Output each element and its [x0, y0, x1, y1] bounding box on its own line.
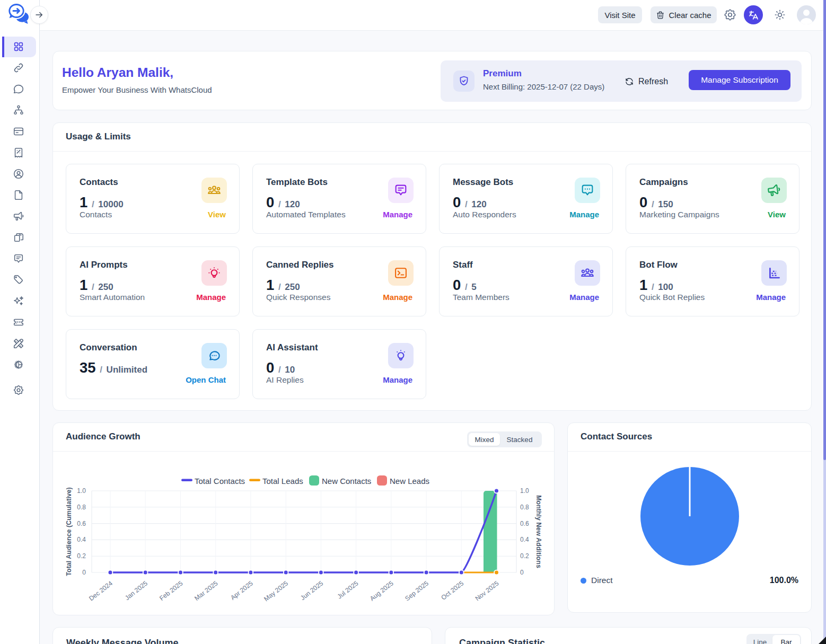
svg-text:Total Leads: Total Leads	[262, 477, 303, 486]
svg-text:0.4: 0.4	[77, 536, 86, 543]
svg-text:Jan 2025: Jan 2025	[124, 579, 149, 602]
svg-text:Sep 2025: Sep 2025	[403, 579, 430, 602]
svg-text:May 2025: May 2025	[262, 579, 289, 603]
svg-text:Apr 2025: Apr 2025	[229, 579, 254, 602]
svg-text:0.8: 0.8	[77, 504, 86, 511]
svg-text:1.0: 1.0	[520, 487, 529, 495]
svg-text:0.6: 0.6	[77, 520, 86, 527]
svg-text:0.4: 0.4	[520, 536, 529, 543]
svg-text:New Leads: New Leads	[390, 477, 429, 486]
svg-text:0.2: 0.2	[520, 552, 529, 560]
svg-text:Jun 2025: Jun 2025	[299, 579, 324, 602]
svg-text:Dec 2024: Dec 2024	[87, 579, 114, 602]
svg-text:Oct 2025: Oct 2025	[440, 579, 465, 602]
svg-text:New Contacts: New Contacts	[322, 477, 371, 486]
svg-text:0.6: 0.6	[520, 520, 529, 527]
svg-text:Mar 2025: Mar 2025	[193, 579, 219, 602]
svg-text:Total Contacts: Total Contacts	[195, 477, 245, 486]
svg-text:0: 0	[82, 569, 86, 576]
svg-text:Monthly New Additions: Monthly New Additions	[535, 495, 542, 568]
svg-text:0.2: 0.2	[77, 552, 86, 560]
svg-text:0: 0	[520, 569, 524, 576]
svg-text:Feb 2025: Feb 2025	[158, 579, 184, 602]
svg-text:Aug 2025: Aug 2025	[368, 579, 395, 602]
svg-text:Nov 2025: Nov 2025	[474, 579, 500, 602]
svg-text:0.8: 0.8	[520, 504, 529, 511]
svg-text:1.0: 1.0	[77, 487, 86, 495]
svg-text:Jul 2025: Jul 2025	[336, 579, 360, 601]
svg-text:Total Audience (Cumulative): Total Audience (Cumulative)	[65, 487, 73, 576]
